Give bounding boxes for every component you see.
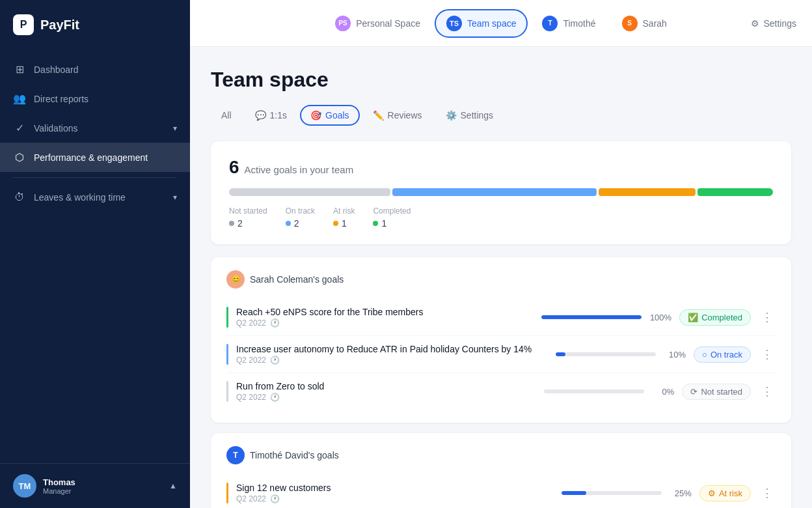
goal-meta: Q2 2022 🕐 [236,393,536,402]
tab-sarah[interactable]: S Sarah [610,9,679,38]
chevron-down-icon: ▾ [173,124,177,133]
clock-icon: 🕐 [270,318,280,328]
leaves-icon: ⏱ [13,191,26,203]
avatar: T [542,16,558,31]
sub-tab-label: Goals [325,110,349,120]
goal-meta: Q2 2022 🕐 [236,494,554,503]
goal-progress-bar [562,491,662,495]
progress-fill [541,315,642,319]
goal-title: Increase user autonomy to Reduce ATR in … [236,344,548,354]
legend-value: 1 [373,218,411,229]
tab-personal-space[interactable]: PS Personal Space [323,9,432,38]
sub-tab-goals[interactable]: 🎯 Goals [300,105,360,126]
sidebar-item-label: Validations [34,123,77,134]
sidebar-footer[interactable]: TM Thomas Manager ▲ [0,463,190,508]
avatar: 😊 [226,270,245,289]
stats-card: 6 Active goals in your team Not started … [211,141,791,244]
goal-indicator [226,344,228,365]
goal-progress-area: 25% [562,488,692,498]
tab-timothe[interactable]: T Timothé [530,9,607,38]
more-button[interactable]: ⋮ [759,345,776,364]
sidebar: P PayFit ⊞ Dashboard 👥 Direct reports ✓ … [0,0,190,508]
sub-tab-label: All [221,110,232,120]
dot-icon [286,221,291,226]
sidebar-item-leaves[interactable]: ⏱ Leaves & working time ▾ [0,183,190,212]
section-header: 😊 Sarah Coleman's goals [226,270,776,289]
tab-label: Timothé [563,18,595,29]
tab-label: Personal Space [356,18,420,29]
goal-meta: Q2 2022 🕐 [236,318,534,328]
app-name: PayFit [40,18,79,33]
sub-tab-label: Reviews [388,110,422,120]
sidebar-item-direct-reports[interactable]: 👥 Direct reports [0,84,190,113]
legend-completed: Completed 1 [373,206,411,229]
spinner-icon: ⟳ [690,387,697,397]
stats-label: Active goals in your team [245,164,354,175]
legend-label: Not started [229,206,267,216]
stats-legend: Not started 2 On track 2 At risk [229,206,773,229]
segment-at-risk [599,188,696,196]
goal-status-completed: ✅ Completed [679,309,751,326]
sub-tab-settings[interactable]: ⚙️ Settings [435,105,504,126]
clock-icon: 🕐 [270,393,280,402]
topbar: PS Personal Space TS Team space T Timoth… [190,0,812,47]
goal-indicator [226,307,228,328]
legend-not-started: Not started 2 [229,206,267,229]
direct-reports-icon: 👥 [13,92,26,105]
goal-percent: 100% [648,313,671,322]
footer-user-info: Thomas Manager [43,477,163,495]
goal-percent: 25% [668,488,692,498]
segment-completed [697,188,773,196]
more-button[interactable]: ⋮ [759,483,776,503]
sub-tab-reviews[interactable]: ✏️ Reviews [362,105,433,126]
stats-header: 6 Active goals in your team [229,157,773,178]
period-label: Q2 2022 [236,393,266,402]
more-button[interactable]: ⋮ [759,382,776,401]
goal-progress-area: 0% [544,387,674,397]
goal-info: Increase user autonomy to Reduce ATR in … [236,344,548,365]
sub-tab-label: Settings [461,110,494,120]
legend-value: 1 [333,218,355,229]
sub-tab-ones[interactable]: 💬 1:1s [245,105,297,126]
goal-meta: Q2 2022 🕐 [236,356,548,365]
dot-icon [229,221,234,226]
settings-button[interactable]: ⚙ Settings [751,18,796,29]
period-label: Q2 2022 [236,494,266,503]
dot-icon [333,221,338,226]
sub-tab-all[interactable]: All [211,105,242,126]
footer-user-role: Manager [43,487,163,495]
circle-icon: ○ [702,350,707,360]
goal-row: Run from Zero to sold Q2 2022 🕐 0% ⟳ Not… [226,373,776,410]
avatar: TS [446,16,462,31]
status-label: Not started [701,387,742,397]
goal-row: Reach +50 eNPS score for the Tribe membe… [226,299,776,336]
goal-title: Reach +50 eNPS score for the Tribe membe… [236,307,534,317]
goal-progress-area: 100% [541,313,671,322]
goal-info: Reach +50 eNPS score for the Tribe membe… [236,307,534,328]
goal-progress-area: 10% [556,350,686,360]
main-content: PS Personal Space TS Team space T Timoth… [190,0,812,508]
sub-tabs: All 💬 1:1s 🎯 Goals ✏️ Reviews ⚙️ Setting… [211,105,791,126]
section-person-name: Timothé David's goals [250,450,339,460]
tab-label: Sarah [643,18,667,29]
sidebar-item-performance[interactable]: ⬡ Performance & engagement [0,143,190,172]
goal-status-on-track: ○ On track [694,346,751,363]
avatar: TM [13,474,36,498]
tab-team-space[interactable]: TS Team space [435,9,528,38]
status-label: At risk [719,488,742,498]
sidebar-item-dashboard[interactable]: ⊞ Dashboard [0,55,190,84]
avatar: PS [335,16,351,31]
goal-indicator [226,483,228,503]
more-button[interactable]: ⋮ [759,307,776,327]
goal-percent: 0% [651,387,674,397]
goal-progress-bar [556,352,656,356]
goal-status-not-started: ⟳ Not started [682,384,751,400]
app-logo[interactable]: P PayFit [0,0,190,49]
clock-icon: 🕐 [270,494,280,503]
sidebar-item-validations[interactable]: ✓ Validations ▾ [0,113,190,143]
legend-on-track: On track 2 [286,206,315,229]
progress-bar [229,188,773,196]
chat-icon: 💬 [255,110,266,120]
settings-label: Settings [763,18,796,29]
goal-title: Run from Zero to sold [236,381,536,391]
